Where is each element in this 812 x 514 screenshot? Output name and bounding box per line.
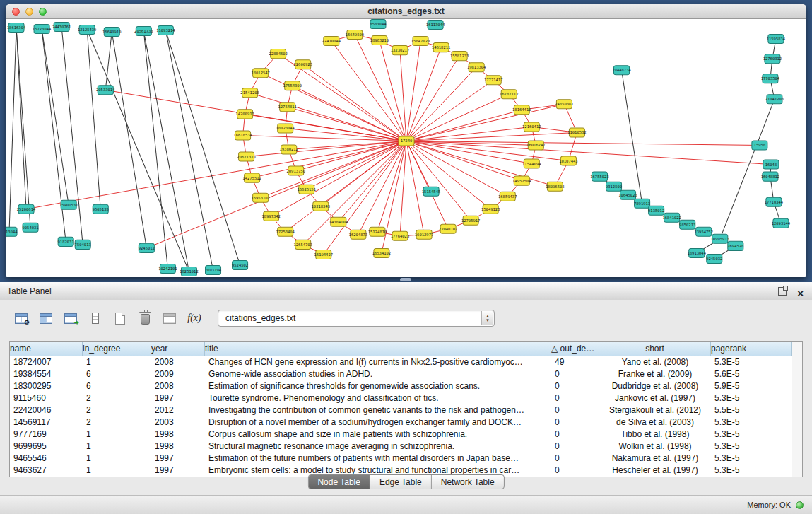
graph-node[interactable]: 10995913	[711, 234, 729, 243]
graph-node[interactable]: 10107443	[559, 156, 577, 165]
float-panel-icon[interactable]	[778, 287, 787, 296]
graph-node[interactable]: 12754811	[278, 103, 296, 112]
graph-node[interactable]: 17703504	[761, 74, 780, 83]
graph-node[interactable]: 11544094	[522, 159, 541, 168]
graph-node[interactable]: 24850361	[555, 100, 573, 109]
function-builder-button[interactable]: f(x)	[184, 308, 204, 328]
graph-node[interactable]: 9505135	[93, 204, 109, 214]
graph-node[interactable]: 20561733	[134, 27, 153, 36]
graph-node[interactable]: 15581233	[450, 52, 469, 61]
graph-node[interactable]: 7504013	[75, 240, 91, 249]
graph-node[interactable]: 9182031	[58, 237, 74, 246]
graph-node[interactable]: 18616304	[7, 23, 26, 33]
column-header-year[interactable]: year	[151, 342, 205, 356]
column-header-title[interactable]: title	[205, 342, 551, 356]
graph-node[interactable]: 22410044	[322, 37, 341, 46]
graph-node[interactable]: 16755023	[590, 172, 608, 181]
graph-node[interactable]: 16012977	[415, 230, 433, 239]
graph-node[interactable]: 22884602	[269, 49, 287, 59]
graph-node[interactable]: 18164410	[512, 105, 531, 115]
table-row[interactable]: 911546021997Tourette syndrome. Phenomeno…	[10, 392, 802, 404]
delete-column-button[interactable]	[160, 308, 180, 328]
graph-node[interactable]: 12760312	[763, 54, 782, 64]
graph-node[interactable]: 15154545	[422, 187, 440, 196]
table-row[interactable]: 946554611997Estimation of the future num…	[10, 452, 802, 465]
graph-node[interactable]: 11010532	[567, 128, 586, 137]
graph-node[interactable]: 12654703	[293, 240, 312, 249]
graph-node[interactable]: 12093144	[772, 218, 791, 228]
graph-node[interactable]: 15958	[752, 141, 767, 150]
graph-node[interactable]: 12160412	[522, 122, 541, 132]
graph-node[interactable]: 16640910	[102, 28, 121, 37]
new-table-button[interactable]	[110, 308, 130, 328]
graph-node[interactable]: 12705917	[461, 216, 480, 225]
graph-node[interactable]: 16204873	[349, 230, 367, 239]
tab-node-table[interactable]: Node Table	[308, 475, 370, 489]
graph-node[interactable]: 19813304	[467, 63, 486, 72]
graph-node[interactable]: 16649500	[346, 30, 364, 40]
delete-table-button[interactable]	[135, 308, 155, 328]
graph-node[interactable]: 16618534	[233, 131, 252, 140]
graph-node[interactable]: 18997342	[261, 211, 280, 221]
graph-node[interactable]: 13230217	[391, 46, 409, 55]
graph-node[interactable]: 8513044	[6, 227, 18, 236]
table-selector-dropdown[interactable]: citations_edges.txt ▲▼	[218, 310, 495, 327]
graph-node[interactable]: 10645023	[618, 190, 637, 199]
graph-node[interactable]: 15049123	[481, 204, 500, 214]
graph-node[interactable]: 15847020	[411, 37, 430, 46]
graph-node[interactable]: 8583044	[370, 20, 387, 29]
table-row[interactable]: 1830029562008Estimation of significance …	[10, 380, 802, 392]
table-row[interactable]: 2242004622012Investigating the contribut…	[10, 404, 802, 416]
graph-node[interactable]: 18963210	[370, 36, 389, 45]
graph-node[interactable]: 18012547	[251, 69, 269, 78]
tab-edge-table[interactable]: Edge Table	[370, 475, 432, 489]
graph-node[interactable]: 17764023	[391, 231, 409, 240]
graph-node[interactable]: 17253404	[276, 227, 295, 236]
graph-node[interactable]: 9312500	[606, 182, 622, 191]
graph-node[interactable]: 16841022	[662, 213, 681, 222]
graph-node[interactable]: 17554300	[283, 81, 301, 90]
graph-node[interactable]: 9245012	[139, 243, 155, 252]
vertical-scrollbar[interactable]	[792, 342, 802, 477]
graph-node[interactable]: 15723044	[33, 25, 52, 34]
graph-node[interactable]: 18023044	[276, 124, 295, 133]
graph-node[interactable]: 22600923	[293, 60, 312, 69]
graph-node[interactable]: 16625151	[298, 185, 316, 194]
network-window-titlebar[interactable]: citations_edges.txt	[6, 4, 806, 19]
graph-node[interactable]: 10242101	[158, 264, 177, 273]
graph-node[interactable]: 18096503	[546, 182, 564, 191]
graph-node[interactable]: 17710344	[765, 197, 784, 206]
graph-node[interactable]: 16787112	[500, 90, 518, 99]
table-row[interactable]: 1938455462009Genome-wide association stu…	[10, 368, 802, 380]
tab-network-table[interactable]: Network Table	[432, 475, 504, 489]
graph-node[interactable]: 11595834	[767, 35, 786, 44]
graph-node[interactable]: 16194427	[314, 250, 333, 259]
graph-node[interactable]: 14618211	[432, 43, 450, 52]
graph-node[interactable]: 16251012	[180, 267, 198, 276]
graph-node[interactable]: 24430761	[52, 23, 71, 32]
table-settings-button[interactable]: ⚙	[11, 308, 31, 328]
graph-node[interactable]: 17240	[399, 136, 414, 146]
graph-node[interactable]: 16016247	[526, 141, 545, 150]
minimize-button[interactable]	[25, 8, 33, 16]
graph-node[interactable]: 13954752	[695, 227, 713, 236]
graph-node[interactable]: 16113044	[426, 21, 445, 30]
table-row[interactable]: 969969511998Structural magnetic resonanc…	[10, 440, 802, 452]
graph-node[interactable]: 20671310	[237, 152, 255, 161]
graph-node[interactable]: 14384104	[329, 217, 348, 226]
table-row[interactable]: 1456911722003Disruption of a novel membe…	[10, 416, 802, 428]
column-header-pagerank[interactable]: pagerank	[711, 342, 792, 356]
graph-node[interactable]: 9850213	[679, 220, 695, 229]
table-row[interactable]: 1872400712008Changes of HCN gene express…	[10, 356, 802, 368]
graph-node[interactable]: 22040107	[439, 224, 457, 233]
graph-node[interactable]: 15901531	[59, 200, 78, 209]
panel-divider-handle[interactable]	[400, 278, 411, 281]
network-view[interactable]: 1724022884602180125472154120814200913166…	[6, 19, 806, 276]
graph-node[interactable]: 17771417	[484, 76, 502, 85]
graph-node[interactable]: 14957504	[512, 176, 531, 185]
graph-node[interactable]: 16953102	[251, 193, 269, 202]
graph-node[interactable]: 18913044	[687, 248, 706, 257]
graph-node[interactable]: 19380212	[279, 145, 298, 154]
graph-node[interactable]: 7891913	[634, 199, 650, 208]
graph-node[interactable]: 10218343	[312, 201, 330, 211]
